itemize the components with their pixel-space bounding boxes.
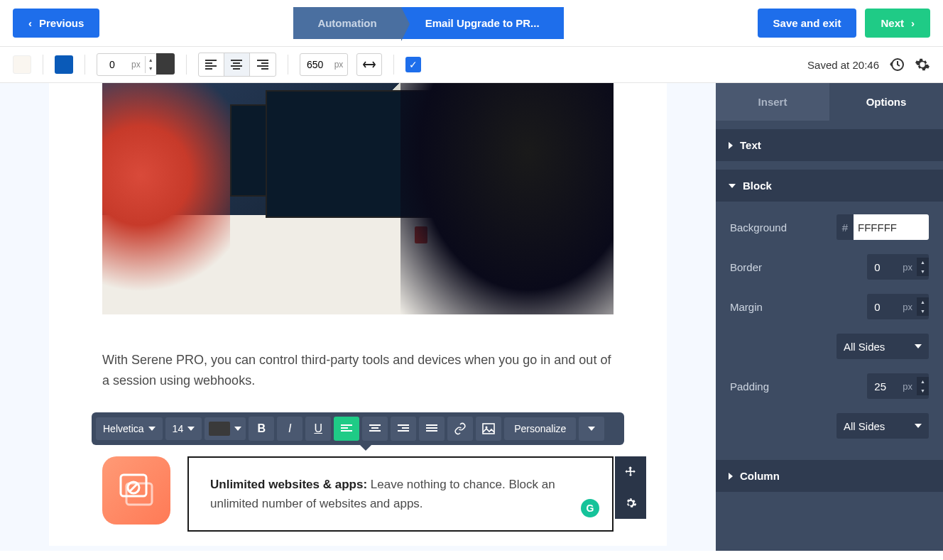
- save-exit-button[interactable]: Save and exit: [758, 9, 857, 38]
- text-align-center-button[interactable]: [362, 417, 388, 441]
- font-size-select[interactable]: 14: [165, 417, 202, 440]
- chevron-down-icon: [729, 184, 736, 188]
- editor-canvas[interactable]: With Serene PRO, you can control third-p…: [0, 83, 716, 551]
- image-button[interactable]: [476, 417, 501, 441]
- margin-side-select[interactable]: All Sides: [836, 334, 929, 359]
- right-panel: Insert Options Text Block Background #: [716, 83, 943, 551]
- spinner-up-icon[interactable]: ▲: [917, 377, 929, 386]
- grammarly-icon[interactable]: G: [581, 499, 599, 517]
- image-icon: [482, 423, 495, 434]
- block-handles: [615, 456, 646, 519]
- check-icon: ✓: [409, 59, 418, 70]
- color-preview-swatch[interactable]: [903, 214, 929, 240]
- margin-input[interactable]: px ▲▼: [867, 294, 929, 319]
- align-left-icon: [341, 424, 352, 433]
- chevron-down-icon: [588, 427, 595, 431]
- feature-icon: [102, 456, 170, 525]
- top-header: ‹ Previous Automation Email Upgrade to P…: [0, 0, 943, 47]
- text-align-right-button[interactable]: [391, 417, 416, 441]
- align-left-icon: [205, 60, 217, 70]
- move-block-button[interactable]: [615, 456, 646, 488]
- hero-image[interactable]: [102, 83, 614, 314]
- prop-border: Border px ▲▼: [730, 254, 929, 280]
- chevron-down-icon: [148, 427, 156, 431]
- section-column[interactable]: Column: [716, 460, 943, 492]
- body-align-group: [198, 53, 276, 77]
- top-right-actions: Save and exit Next ›: [758, 9, 930, 38]
- block-settings-button[interactable]: [615, 488, 646, 519]
- align-center-icon: [369, 424, 381, 433]
- block-apps-icon: [116, 471, 156, 510]
- spinner-down-icon[interactable]: ▼: [146, 65, 156, 73]
- border-color-swatch[interactable]: [156, 53, 175, 75]
- align-right-button[interactable]: [250, 53, 276, 76]
- chevron-down-icon: [915, 424, 922, 428]
- selected-text-block[interactable]: Unlimited websites & apps: Leave nothing…: [187, 456, 614, 532]
- background-color-input[interactable]: #: [836, 214, 929, 240]
- color-swatch-icon: [209, 422, 230, 436]
- chevron-right-icon: [729, 142, 733, 149]
- settings-icon[interactable]: [915, 57, 930, 72]
- border-width-input[interactable]: px ▲▼: [97, 53, 157, 76]
- accent-color-swatch[interactable]: [55, 55, 73, 74]
- history-icon[interactable]: [889, 57, 905, 72]
- canvas-toolbar: px ▲▼ px ✓ Saved at 20:46: [0, 47, 943, 83]
- align-center-button[interactable]: [224, 53, 250, 76]
- feature-row: Unlimited websites & apps: Leave nothing…: [102, 456, 614, 532]
- bold-button[interactable]: B: [249, 417, 274, 441]
- personalize-button[interactable]: Personalize: [504, 417, 576, 440]
- gear-icon: [624, 497, 637, 510]
- next-button[interactable]: Next ›: [865, 9, 930, 38]
- spinner-down-icon[interactable]: ▼: [917, 307, 929, 316]
- spinner-up-icon[interactable]: ▲: [917, 258, 929, 267]
- more-button[interactable]: [579, 417, 604, 441]
- body-paragraph[interactable]: With Serene PRO, you can control third-p…: [102, 350, 614, 391]
- border-input[interactable]: px ▲▼: [867, 254, 929, 280]
- text-align-left-button[interactable]: [334, 417, 359, 441]
- align-center-icon: [231, 60, 242, 70]
- spinner-up-icon[interactable]: ▲: [146, 56, 156, 65]
- link-button[interactable]: [447, 417, 473, 441]
- spinner-down-icon[interactable]: ▼: [917, 386, 929, 395]
- block-bold-text: Unlimited websites & apps:: [210, 478, 367, 491]
- align-left-button[interactable]: [199, 53, 224, 76]
- main-area: With Serene PRO, you can control third-p…: [0, 83, 943, 551]
- text-color-select[interactable]: [205, 417, 246, 440]
- saved-status: Saved at 20:46: [807, 59, 879, 71]
- font-family-select[interactable]: Helvetica: [96, 417, 163, 440]
- fit-width-button[interactable]: [356, 53, 382, 76]
- padding-input[interactable]: px ▲▼: [867, 373, 929, 399]
- tab-automation[interactable]: Automation: [293, 7, 400, 39]
- underline-icon: U: [314, 422, 322, 435]
- tab-email[interactable]: Email Upgrade to PR...: [401, 7, 564, 39]
- section-block[interactable]: Block: [716, 170, 943, 202]
- wizard-tabs: Automation Email Upgrade to PR...: [293, 7, 563, 39]
- text-align-justify-button[interactable]: [419, 417, 445, 441]
- responsive-checkbox[interactable]: ✓: [405, 57, 421, 72]
- padding-side-select[interactable]: All Sides: [836, 413, 929, 439]
- spinner-up-icon[interactable]: ▲: [917, 297, 929, 307]
- section-text[interactable]: Text: [716, 129, 943, 161]
- italic-icon: I: [288, 422, 291, 435]
- bg-color-swatch[interactable]: [13, 55, 31, 74]
- chevron-down-icon: [234, 427, 241, 431]
- underline-button[interactable]: U: [305, 417, 331, 441]
- fit-width-icon: [363, 60, 376, 69]
- move-icon: [624, 466, 637, 478]
- tab-insert[interactable]: Insert: [716, 83, 829, 121]
- chevron-right-icon: [729, 473, 733, 480]
- previous-button[interactable]: ‹ Previous: [13, 9, 99, 38]
- text-toolbar: Helvetica 14 B I U: [92, 412, 624, 445]
- panel-tabs: Insert Options: [716, 83, 943, 121]
- italic-button[interactable]: I: [277, 417, 302, 441]
- link-icon: [454, 422, 467, 435]
- svg-line-5: [129, 483, 138, 492]
- email-body: With Serene PRO, you can control third-p…: [49, 83, 667, 546]
- tab-options[interactable]: Options: [829, 83, 943, 121]
- prop-margin: Margin px ▲▼: [730, 294, 929, 319]
- align-right-icon: [257, 60, 268, 70]
- canvas-width-input[interactable]: px: [300, 53, 349, 76]
- spinner-down-icon[interactable]: ▼: [917, 267, 929, 276]
- align-justify-icon: [426, 424, 437, 433]
- prop-padding-side: All Sides: [730, 413, 929, 439]
